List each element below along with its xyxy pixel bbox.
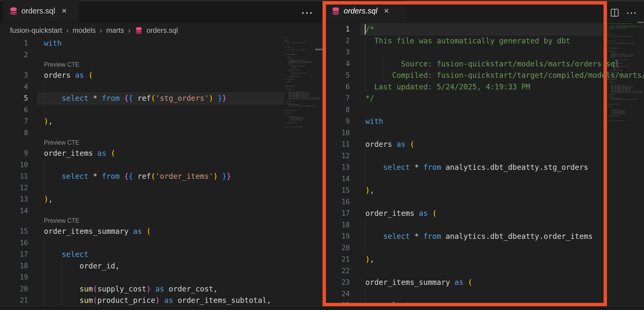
code-line[interactable]: 10 <box>326 127 644 139</box>
code-line[interactable]: 21 sum(product_price) as order_items_sub… <box>0 295 326 306</box>
code-line[interactable]: 15), <box>326 185 644 196</box>
code-line[interactable]: 18 order_id, <box>0 260 326 272</box>
line-number: 22 <box>326 265 350 277</box>
code-line[interactable]: 5 Compiled: fusion-quickstart/target/com… <box>326 70 644 81</box>
code-text: order_items as ( <box>365 208 437 219</box>
code-line[interactable]: 20 sum(supply_cost) as order_cost, <box>0 283 326 295</box>
code-line[interactable]: 4 Source: fusion-quickstart/models/marts… <box>326 58 644 70</box>
line-number: 14 <box>0 205 28 217</box>
minimap-right[interactable]: /* This file was automatically generated… <box>606 22 643 159</box>
code-line[interactable]: 16 <box>326 196 644 208</box>
code-line[interactable]: 7*/ <box>326 93 644 104</box>
close-icon[interactable]: ✕ <box>384 7 389 15</box>
code-line[interactable]: 14 <box>326 173 644 185</box>
code-line[interactable]: 13 select * from analytics.dbt_dbeatty.s… <box>326 162 644 173</box>
line-number: 16 <box>0 237 28 249</box>
code-line[interactable]: 11 select * from {{ ref('order_items') }… <box>0 171 326 182</box>
indent-guide <box>44 182 44 194</box>
code-line[interactable]: 2 <box>0 49 326 61</box>
code-line[interactable]: 18 <box>326 219 644 231</box>
code-line[interactable]: 15order_items_summary as ( <box>0 226 326 237</box>
code-line[interactable]: 24 <box>326 288 644 300</box>
code-line[interactable]: 10 <box>0 159 326 171</box>
code-line[interactable]: 13), <box>0 194 326 205</box>
code-line[interactable]: 6 Last updated: 5/24/2025, 4:19:33 PM <box>326 81 644 93</box>
breadcrumb-file[interactable]: orders.sql <box>146 26 178 35</box>
code-line[interactable]: 1with <box>0 38 326 49</box>
code-line[interactable]: 12 <box>326 150 644 162</box>
indent-guide <box>44 81 44 93</box>
line-number: 1 <box>326 24 350 35</box>
code-line[interactable]: 17order_items as ( <box>326 208 644 219</box>
line-number: 15 <box>326 185 350 196</box>
editor-right-compiled-preview[interactable]: 1/*2 This file was automatically generat… <box>326 24 644 310</box>
code-line[interactable]: 6 <box>0 104 326 116</box>
line-number: 9 <box>0 148 28 159</box>
code-line[interactable]: 23order_items_summary as ( <box>326 277 644 288</box>
code-line[interactable]: 9with <box>326 116 644 127</box>
more-actions-icon[interactable]: ⋯ <box>301 6 314 19</box>
code-line[interactable]: 19 <box>0 272 326 283</box>
code-line[interactable]: 14 <box>0 205 326 217</box>
database-icon <box>9 7 18 15</box>
code-text: Compiled: fusion-quickstart/target/compi… <box>365 70 644 81</box>
code-line[interactable]: 1/* <box>326 24 644 35</box>
indent-guide <box>44 237 44 249</box>
code-line[interactable]: 8 <box>326 104 644 116</box>
code-line[interactable]: 16 <box>0 237 326 249</box>
scrollbar-cursor-marker-left[interactable] <box>315 49 323 50</box>
codelens-preview-cte[interactable]: Preview CTE <box>44 217 79 224</box>
line-number: 19 <box>326 231 350 242</box>
line-number: 2 <box>326 35 350 47</box>
code-line[interactable]: 7), <box>0 116 326 127</box>
line-number: 20 <box>326 242 350 254</box>
breadcrumb-item[interactable]: fusion-quickstart <box>10 26 62 35</box>
line-number: 3 <box>326 47 350 58</box>
code-line[interactable]: 22 <box>326 265 644 277</box>
chevron-right-icon: › <box>66 26 69 35</box>
code-line[interactable]: 3 <box>326 47 644 58</box>
line-number: 8 <box>0 127 28 139</box>
editor-left-source[interactable]: 1with2Preview CTE3orders as (45 select *… <box>0 38 326 306</box>
code-line[interactable]: 17 select <box>0 249 326 260</box>
code-line[interactable]: 2 This file was automatically generated … <box>326 35 644 47</box>
tab-label: orders.sql <box>21 7 55 15</box>
line-number: 16 <box>326 196 350 208</box>
line-number: 10 <box>326 127 350 139</box>
breadcrumb[interactable]: fusion-quickstart›models›marts›orders.sq… <box>10 26 178 35</box>
indent-guide <box>365 288 366 300</box>
close-icon[interactable]: ✕ <box>61 7 67 15</box>
more-actions-icon[interactable]: ⋯ <box>626 7 637 18</box>
scrollbar-cursor-marker-right[interactable] <box>638 22 643 23</box>
line-number: 1 <box>0 38 28 49</box>
code-line[interactable]: 12 <box>0 182 326 194</box>
code-text: This file was automatically generated by… <box>365 35 570 47</box>
line-number: 21 <box>0 295 28 306</box>
codelens-preview-cte[interactable]: Preview CTE <box>44 139 79 146</box>
tab-orders-sql-right[interactable]: orders.sql ✕ <box>326 0 405 22</box>
code-line[interactable]: 11orders as ( <box>326 139 644 150</box>
code-text: select <box>44 249 89 260</box>
split-editor-icon[interactable] <box>610 8 619 17</box>
code-line[interactable]: 19 select * from analytics.dbt_dbeatty.o… <box>326 231 644 242</box>
line-number: 3 <box>0 70 28 81</box>
code-line[interactable]: 20 <box>326 242 644 254</box>
left-editor-actions: ⋯ <box>301 6 314 19</box>
codelens-preview-cte[interactable]: Preview CTE <box>44 61 79 68</box>
breadcrumb-item[interactable]: models <box>73 26 96 35</box>
text-cursor <box>365 24 366 34</box>
code-line[interactable]: 9order_items as ( <box>0 148 326 159</box>
code-text: */ <box>365 93 374 104</box>
line-number: 10 <box>0 159 28 171</box>
tab-orders-sql-left[interactable]: orders.sql ✕ <box>3 0 79 22</box>
code-line[interactable]: 4 <box>0 81 326 93</box>
code-text: select * from analytics.dbt_dbeatty.orde… <box>365 231 593 242</box>
minimap-left[interactable]: with orders as ( select * from {{ ref('s… <box>284 38 323 175</box>
breadcrumb-item[interactable]: marts <box>106 26 124 35</box>
code-line[interactable]: 21), <box>326 254 644 265</box>
code-line[interactable]: 8 <box>0 127 326 139</box>
code-line[interactable]: 5 select * from {{ ref('stg_orders') }} <box>0 93 326 104</box>
indent-guide <box>365 173 366 185</box>
database-icon <box>135 27 142 34</box>
code-line[interactable]: 3orders as ( <box>0 70 326 81</box>
